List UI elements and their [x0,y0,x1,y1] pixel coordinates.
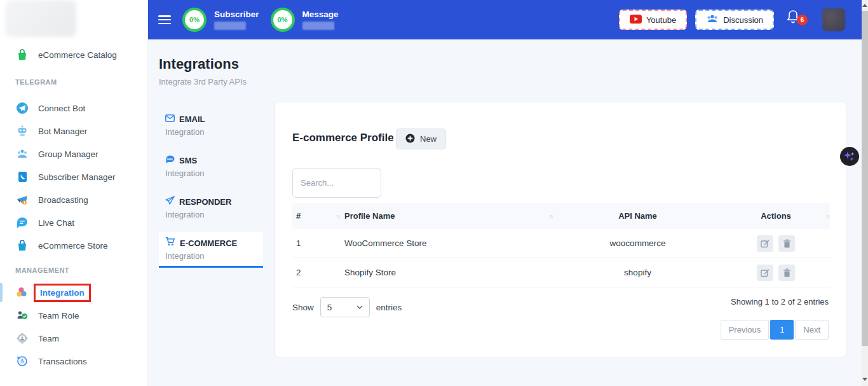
new-button-label: New [420,134,437,144]
tab-subtitle: Integration [165,169,263,178]
tab-responder-integration[interactable]: RESPONDER Integration [159,191,263,224]
hamburger-menu-icon[interactable] [158,15,171,24]
actions-cell [722,235,830,252]
sidebar-item-broadcasting[interactable]: Broadcasting [0,188,147,211]
sidebar-item-label: Integration [40,288,85,298]
subscriber-percent: 0% [189,16,200,24]
sidebar-item-subscriber-manager[interactable]: Subscriber Manager [0,165,147,188]
api-name-cell: shopify [553,268,722,277]
message-stat-value-blurred [302,22,334,30]
integration-submenu: EMAIL Integration SMS SMS Integration [159,108,263,275]
robot-icon [15,125,29,137]
scrollbar-down-arrow[interactable] [862,378,867,381]
sidebar-section-telegram: TELEGRAM [0,76,147,88]
sidebar-item-transactions[interactable]: Transactions [0,350,147,373]
column-header-actions[interactable]: Actions ↑↓ [722,211,830,221]
delete-button[interactable] [778,265,795,281]
edit-button[interactable] [757,265,773,281]
sidebar-telegram-group: Connect Bot Bot Manager Group Manager Su… [0,97,147,257]
shopping-cart-icon [165,237,175,249]
tab-subtitle: Integration [165,210,263,219]
youtube-button[interactable]: Youtube [619,10,687,30]
tab-email-integration[interactable]: EMAIL Integration [159,108,263,142]
card-heading: E-commerce Profile [292,132,394,144]
people-group-icon [15,148,29,160]
notification-bell[interactable]: 6 [786,9,805,31]
pagination-next-button[interactable]: Next [795,320,829,340]
sidebar-item-label: Broadcasting [38,195,88,205]
page-size-select[interactable]: 5 [320,297,370,317]
sidebar-item-label: Live Chat [38,218,74,228]
new-profile-button[interactable]: New [396,128,446,149]
column-header-api-name[interactable]: API Name [553,211,722,221]
message-progress-ring: 0% [271,8,295,32]
sidebar-item-connect-bot[interactable]: Connect Bot [0,97,147,120]
clock-refresh-icon [15,355,29,368]
paper-plane-icon [165,196,175,207]
youtube-button-label: Youtube [646,15,676,25]
row-num: 1 [292,238,341,248]
pagination: Previous 1 Next [721,320,829,340]
message-percent: 0% [278,16,288,24]
page-subtitle: Integrate 3rd Party APIs [159,77,247,86]
column-header-profile-name[interactable]: Profile Name ↑↓ [341,211,553,221]
api-name-cell: woocommerce [553,238,722,248]
sidebar-item-label: eCommerce Store [38,241,108,251]
subscriber-stat: 0% Subscriber [182,8,259,32]
pagination-previous-button[interactable]: Previous [721,320,770,340]
message-stat: 0% Message [271,8,339,32]
showing-entries-text: Showing 1 to 2 of 2 entries [731,297,829,307]
tab-subtitle: Integration [165,127,263,137]
notification-count-badge: 6 [797,15,808,25]
sidebar-item-team[interactable]: Team [0,327,147,350]
scrollbar-up-arrow[interactable] [862,4,867,7]
tab-title: SMS [179,156,197,165]
ai-assistant-button[interactable] [840,147,859,166]
subscriber-stat-value-blurred [214,22,246,30]
tab-sms-integration[interactable]: SMS SMS Integration [159,149,263,183]
app-window: eCommerce Catalog TELEGRAM Connect Bot B… [0,0,868,386]
sort-icon[interactable]: ↑↓ [825,213,829,219]
sidebar-item-ecommerce-catalog[interactable]: eCommerce Catalog [0,46,147,64]
subscriber-progress-ring: 0% [182,8,207,32]
sms-bubble-icon: SMS [165,155,175,166]
user-avatar[interactable] [822,8,845,31]
trash-icon [783,268,791,277]
chat-bubble-icon [15,216,29,229]
sidebar-item-live-chat[interactable]: Live Chat [0,211,147,234]
sidebar-item-team-role[interactable]: Team Role [0,304,147,327]
tab-ecommerce-integration[interactable]: E-COMMERCE Integration [159,232,263,268]
sidebar-item-bot-manager[interactable]: Bot Manager [0,120,147,142]
sidebar-item-label: Team [38,334,59,343]
sidebar-item-ecommerce-store[interactable]: eCommerce Store [0,234,147,257]
table-row: 1 WooCommerce Store woocommerce [292,229,830,258]
tab-title: EMAIL [179,114,205,124]
discussion-button-label: Discussion [723,15,763,25]
broadcast-plane-icon [15,193,29,206]
plus-circle-icon [405,134,415,145]
delete-button[interactable] [778,235,795,252]
sidebar-item-label: Subscriber Manager [38,172,116,182]
entries-label: entries [376,303,402,312]
discussion-button[interactable]: Discussion [695,10,774,30]
sidebar-item-integration[interactable]: Integration [0,281,147,304]
integration-highlight-box: Integration [34,284,91,302]
sort-icon[interactable]: ↑↓ [549,213,552,219]
scrollbar-thumb[interactable] [862,11,868,346]
email-icon [165,113,175,125]
chevron-down-icon [356,305,363,309]
page-scrollbar[interactable] [862,0,868,386]
sidebar-item-label: Connect Bot [38,104,85,113]
telegram-plane-icon [15,102,29,114]
sidebar-item-label: Group Manager [38,149,98,159]
pagination-page-1-button[interactable]: 1 [770,320,794,340]
sidebar-management-group: Integration Team Role Team Transaction [0,281,147,373]
svg-text:SMS: SMS [167,158,173,161]
row-num: 2 [292,268,341,277]
search-input[interactable] [292,168,381,198]
profile-name-cell: WooCommerce Store [341,238,553,248]
sort-icon[interactable]: ↑↓ [336,213,339,219]
column-header-num[interactable]: # ↑↓ [292,211,341,221]
edit-button[interactable] [757,235,773,252]
sidebar-item-group-manager[interactable]: Group Manager [0,142,147,165]
